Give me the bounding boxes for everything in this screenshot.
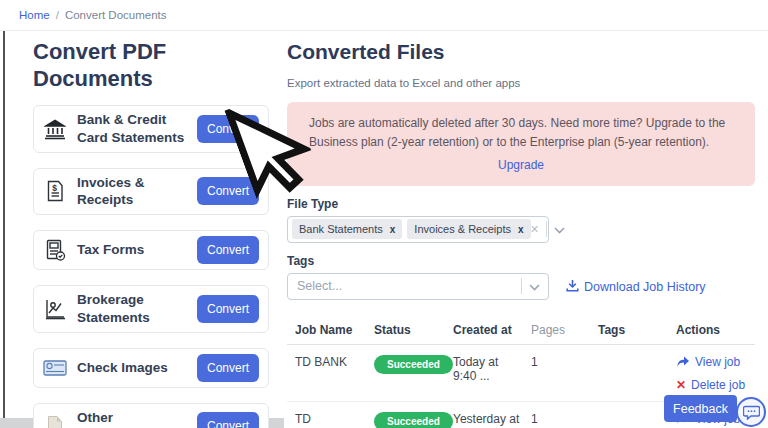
doc-type-label: Invoices & Receipts (77, 174, 187, 209)
doc-type-brokerage-statements: Brokerage Statements Convert (33, 285, 269, 333)
cell-pages: 1 (523, 355, 590, 401)
tags-label: Tags (287, 254, 755, 268)
tax-form-icon (43, 238, 67, 262)
cell-status: Succeeded (366, 412, 445, 428)
cell-pages: 1 (523, 412, 590, 428)
invoice-icon: $ (43, 179, 67, 203)
download-link-label: Download Job History (584, 280, 706, 294)
breadcrumb: Home / Convert Documents (0, 0, 768, 31)
file-type-chip: Invoices & Receipts x (407, 219, 530, 239)
left-edge-divider (3, 31, 5, 420)
column-header-created-at: Created at (445, 323, 523, 337)
chat-widget-button[interactable] (736, 397, 766, 427)
status-badge: Succeeded (374, 355, 453, 374)
doc-type-check-images: Check Images Convert (33, 348, 269, 388)
cell-tags (590, 412, 668, 428)
convert-brokerage-button[interactable]: Convert (197, 295, 259, 323)
chip-remove-icon[interactable]: x (390, 224, 396, 235)
clear-select-icon[interactable]: × (531, 222, 539, 236)
view-job-icon (676, 355, 690, 368)
convert-tax-forms-button[interactable]: Convert (197, 236, 259, 264)
convert-other-documents-button[interactable]: Convert (197, 412, 259, 428)
select-divider (521, 278, 522, 294)
jobs-table-header: Job Name Status Created at Pages Tags Ac… (287, 319, 755, 345)
delete-job-label: Delete job (691, 378, 745, 392)
file-type-chip: Bank Statements x (292, 219, 402, 239)
convert-documents-panel: Convert PDF Documents Bank & Credit Card… (33, 38, 269, 428)
doc-type-other-documents: Other documents Convert (33, 403, 269, 428)
doc-type-label: Brokerage Statements (77, 291, 187, 326)
column-header-pages: Pages (523, 323, 590, 337)
column-header-status: Status (366, 323, 445, 337)
convert-check-images-button[interactable]: Convert (197, 354, 259, 382)
chevron-down-icon[interactable] (554, 220, 565, 238)
file-type-select[interactable]: Bank Statements x Invoices & Receipts x … (287, 216, 549, 243)
delete-job-link[interactable]: ✕ Delete job (676, 378, 755, 392)
download-icon (566, 279, 579, 295)
file-type-label: File Type (287, 197, 755, 211)
convert-bank-statements-button[interactable]: Convert (197, 115, 259, 143)
left-panel-title: Convert PDF Documents (33, 38, 213, 93)
convert-invoices-button[interactable]: Convert (197, 177, 259, 205)
retention-alert-text: Jobs are automatically deleted after 30 … (309, 116, 725, 149)
svg-text:$: $ (52, 183, 57, 193)
brokerage-icon (43, 297, 67, 321)
doc-type-label: Other documents (77, 409, 187, 428)
upgrade-link[interactable]: Upgrade (309, 156, 733, 175)
retention-alert: Jobs are automatically deleted after 30 … (287, 102, 755, 186)
download-job-history-link[interactable]: Download Job History (566, 279, 706, 295)
tags-placeholder: Select... (292, 279, 521, 293)
converted-files-panel: Converted Files Export extracted data to… (287, 40, 755, 428)
page-title: Converted Files (287, 40, 755, 64)
table-row: TD BANK Succeeded Today at 9:40 ... 1 Vi… (287, 345, 755, 402)
cell-job-name: TD (287, 412, 366, 428)
cell-created-at: Yesterday at 1... (445, 412, 523, 428)
tags-select[interactable]: Select... (287, 273, 549, 300)
status-badge: Succeeded (374, 412, 453, 428)
column-header-job-name: Job Name (287, 323, 366, 337)
select-divider (546, 221, 547, 237)
doc-type-label: Bank & Credit Card Statements (77, 111, 187, 146)
feedback-button[interactable]: Feedback (664, 395, 737, 422)
doc-type-tax-forms: Tax Forms Convert (33, 230, 269, 270)
doc-type-bank-statements: Bank & Credit Card Statements Convert (33, 105, 269, 153)
doc-type-invoices-receipts: $ Invoices & Receipts Convert (33, 168, 269, 215)
cell-created-at: Today at 9:40 ... (445, 355, 523, 401)
chip-remove-icon[interactable]: x (518, 224, 524, 235)
breadcrumb-current: Convert Documents (65, 9, 167, 21)
column-header-actions: Actions (668, 323, 755, 337)
chat-bubble-icon (743, 405, 760, 420)
check-image-icon (43, 356, 67, 380)
chip-label: Bank Statements (299, 223, 383, 235)
page-subtitle: Export extracted data to Excel and other… (287, 77, 755, 89)
breadcrumb-separator: / (56, 9, 59, 21)
doc-type-label: Check Images (77, 359, 187, 377)
cell-tags (590, 355, 668, 401)
doc-type-label: Tax Forms (77, 241, 187, 259)
delete-icon: ✕ (676, 378, 686, 392)
view-job-label: View job (695, 355, 740, 369)
view-job-link[interactable]: View job (676, 355, 755, 369)
chevron-down-icon[interactable] (529, 277, 540, 295)
cell-status: Succeeded (366, 355, 445, 401)
cell-job-name: TD BANK (287, 355, 366, 401)
bank-icon (43, 117, 67, 141)
other-document-icon (43, 414, 67, 428)
breadcrumb-home-link[interactable]: Home (19, 9, 50, 21)
chip-label: Invoices & Receipts (414, 223, 511, 235)
cell-actions: View job ✕ Delete job (668, 355, 755, 401)
column-header-tags: Tags (590, 323, 668, 337)
